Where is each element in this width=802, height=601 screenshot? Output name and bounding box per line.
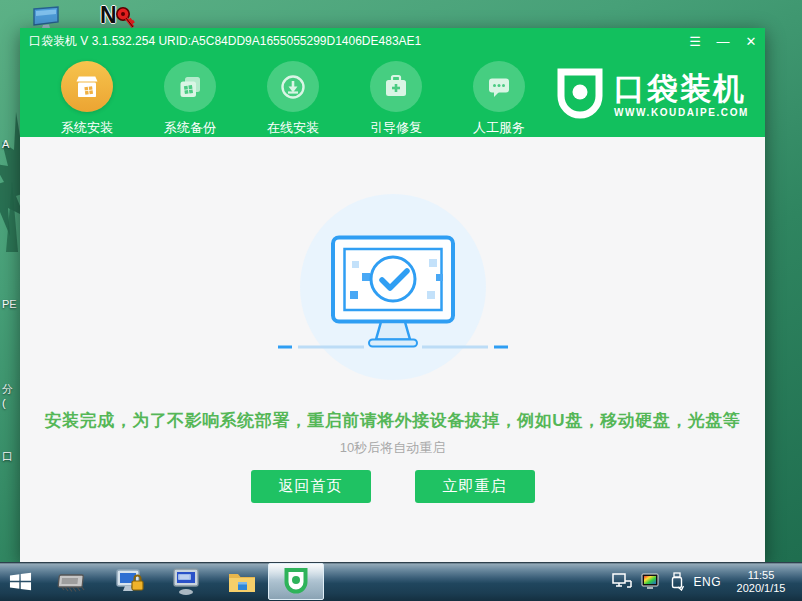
online-install-icon: [279, 73, 307, 101]
window-title: 口袋装机 V 3.1.532.254 URID:A5C84DD9A1655055…: [29, 33, 421, 50]
brand-url: WWW.KOUDAIPE.COM: [614, 107, 749, 118]
close-icon[interactable]: ✕: [737, 28, 765, 55]
desktop-label-fragment: PE: [2, 298, 17, 310]
app-window: 口袋装机 V 3.1.532.254 URID:A5C84DD9A1655055…: [20, 28, 765, 562]
nav-item-manual-service[interactable]: 人工服务: [466, 55, 532, 137]
display-color-tray-icon[interactable]: [641, 573, 661, 590]
nav-label: 在线安装: [267, 119, 319, 137]
nav-item-system-backup[interactable]: 系统备份: [157, 55, 223, 137]
taskbar-koudai-app-active[interactable]: [268, 563, 324, 600]
shield-app-icon: [283, 568, 309, 595]
taskbar-pc-app[interactable]: [166, 562, 206, 601]
system-install-icon: [73, 73, 101, 101]
nav-item-boot-repair[interactable]: 引导修复: [363, 55, 429, 137]
taskbar-clock[interactable]: 11:55 2020/1/15: [730, 569, 792, 595]
shield-logo-icon: [556, 68, 604, 122]
network-tray-icon[interactable]: [612, 573, 632, 590]
clock-date: 2020/1/15: [730, 582, 792, 595]
desktop-label-fragment: A: [2, 138, 9, 150]
manual-service-icon: [485, 73, 513, 101]
system-backup-icon: [176, 73, 204, 101]
start-button[interactable]: [0, 562, 40, 601]
language-indicator[interactable]: ENG: [693, 575, 721, 589]
windows-start-icon: [8, 570, 33, 593]
restart-now-button[interactable]: 立即重启: [415, 470, 535, 503]
minimize-icon[interactable]: —: [709, 28, 737, 55]
menu-icon[interactable]: ☰: [681, 28, 709, 55]
brand-name: 口袋装机: [614, 72, 746, 105]
nav-label: 系统备份: [164, 119, 216, 137]
nav-label: 系统安装: [61, 119, 113, 137]
computer-keyboard-icon: [170, 568, 202, 596]
brand-logo: 口袋装机 WWW.KOUDAIPE.COM: [556, 68, 749, 122]
desktop-label-fragment: (: [2, 397, 6, 409]
taskbar-chip-app[interactable]: [52, 562, 92, 601]
nav-item-system-install[interactable]: 系统安装: [54, 55, 120, 137]
usb-tray-icon[interactable]: [670, 572, 684, 591]
main-content: 安装完成，为了不影响系统部署，重启前请将外接设备拔掉，例如U盘，移动硬盘，光盘等…: [20, 137, 765, 562]
folder-icon: [227, 569, 257, 595]
boot-repair-icon: [382, 73, 410, 101]
monitor-lock-icon: [114, 568, 146, 596]
nav-label: 人工服务: [473, 119, 525, 137]
memory-chip-icon: [57, 569, 87, 595]
system-tray: ENG 11:55 2020/1/15: [612, 569, 802, 595]
window-titlebar[interactable]: 口袋装机 V 3.1.532.254 URID:A5C84DD9A1655055…: [20, 28, 765, 55]
desktop-label-fragment: 分: [2, 382, 13, 397]
auto-restart-countdown: 10秒后将自动重启: [20, 439, 765, 457]
header-nav: 系统安装 系统备份: [20, 55, 765, 137]
clock-time: 11:55: [730, 569, 792, 582]
return-home-button[interactable]: 返回首页: [251, 470, 371, 503]
nav-item-online-install[interactable]: 在线安装: [260, 55, 326, 137]
install-complete-message: 安装完成，为了不影响系统部署，重启前请将外接设备拔掉，例如U盘，移动硬盘，光盘等: [20, 409, 765, 432]
nav-label: 引导修复: [370, 119, 422, 137]
taskbar-pc-lock-app[interactable]: [110, 562, 150, 601]
desktop-label-fragment: 口: [2, 449, 13, 464]
taskbar-explorer-app[interactable]: [222, 562, 262, 601]
taskbar: ENG 11:55 2020/1/15: [0, 562, 802, 601]
monitor-check-illustration: [278, 235, 508, 351]
